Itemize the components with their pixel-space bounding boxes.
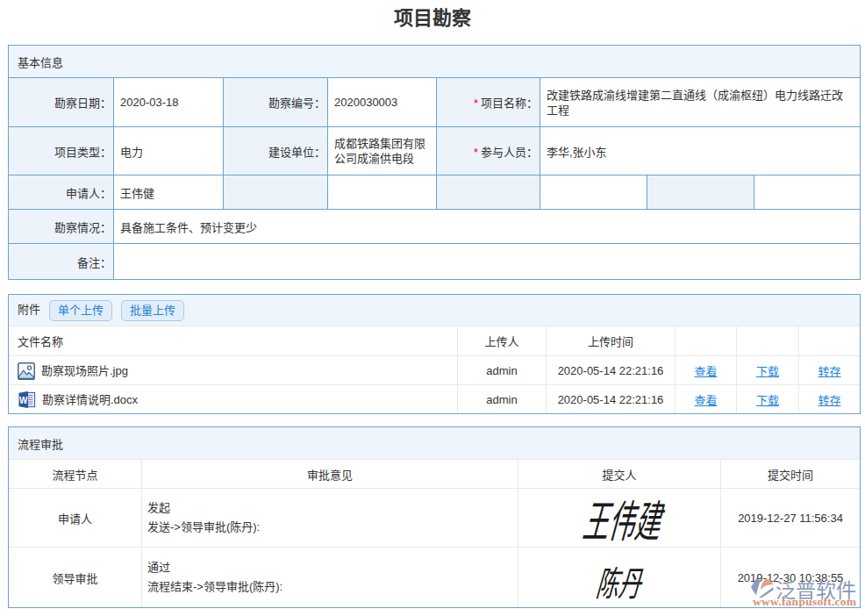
- svg-text:W: W: [19, 395, 28, 405]
